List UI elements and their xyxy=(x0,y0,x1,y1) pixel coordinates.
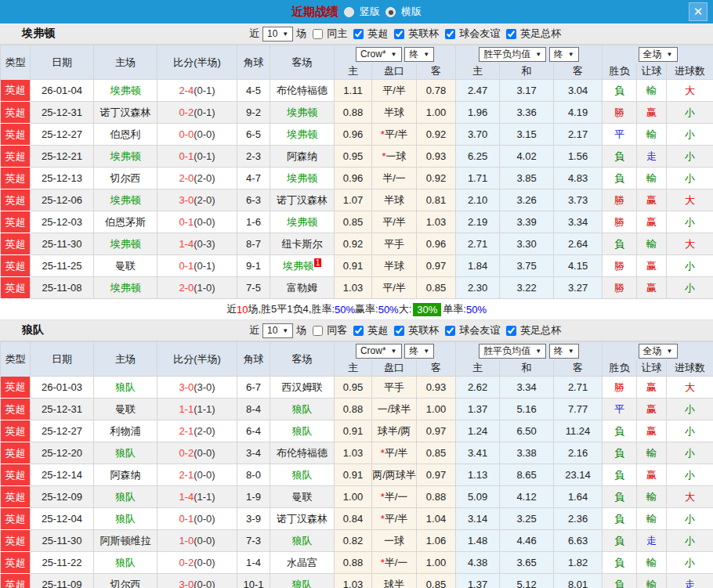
avg-odds-draw: 3.85 xyxy=(500,168,554,189)
avg-odds-draw: 3.38 xyxy=(500,442,554,464)
avg-odds-away: 6.63 xyxy=(554,530,603,552)
avg-odds-away: 4.19 xyxy=(554,102,603,124)
fulltime-select[interactable]: 全场▼ xyxy=(639,344,678,359)
league-checkbox-fa-cup[interactable] xyxy=(506,326,516,336)
avg-odds-away: 2.17 xyxy=(554,124,603,146)
result-wdl: 勝 xyxy=(603,211,637,233)
avg-odds-home: 3.41 xyxy=(456,442,500,464)
league-type-badge: 英超 xyxy=(1,102,31,124)
league-label-fa-cup[interactable]: 英足总杯 xyxy=(520,27,561,41)
away-team: 曼联 xyxy=(292,491,313,503)
handicap-line: *一/球半 xyxy=(372,399,417,420)
bookmaker-select[interactable]: Crow*▼ xyxy=(356,47,402,62)
handicap-odds-away: 0.85 xyxy=(417,277,456,299)
avg-odds-away: 2.71 xyxy=(554,377,603,399)
home-team-cell: 狼队 xyxy=(94,442,157,464)
league-checkbox-efl-cup[interactable] xyxy=(394,29,404,39)
home-team: 狼队 xyxy=(115,557,136,568)
league-checkbox-fa-cup[interactable] xyxy=(506,29,516,39)
same-venue-label[interactable]: 同主 xyxy=(327,27,347,41)
home-team: 阿森纳 xyxy=(110,469,141,481)
league-label-efl-cup[interactable]: 英联杯 xyxy=(408,27,439,41)
home-team-cell: 曼联 xyxy=(94,399,157,420)
league-type-badge: 英超 xyxy=(1,377,31,399)
result-handicap: 赢 xyxy=(637,464,667,486)
red-card-badge: 1 xyxy=(314,258,322,267)
avg-odds-away: 2.64 xyxy=(554,233,603,255)
sub-col-wdl: 胜负 xyxy=(603,63,637,80)
col-date: 日期 xyxy=(31,342,94,377)
same-venue-checkbox[interactable] xyxy=(313,29,323,39)
games-count-select[interactable]: 10▼ xyxy=(262,27,293,41)
matches-table: 类型 日期 主场 比分(半场) 角球 客场 Crow*▼ 终▼ 胜平负均值▼ 终… xyxy=(0,45,713,299)
same-venue-checkbox[interactable] xyxy=(313,326,323,336)
match-date: 26-01-03 xyxy=(31,377,94,399)
team-name: 埃弗顿 xyxy=(22,27,55,41)
league-checkbox-efl-cup[interactable] xyxy=(394,326,404,336)
odds-stage-select-1[interactable]: 终▼ xyxy=(404,344,434,359)
page-title: 近期战绩 xyxy=(291,5,338,20)
league-label-premier[interactable]: 英超 xyxy=(367,323,388,337)
result-handicap: 輸 xyxy=(637,508,667,530)
result-wdl: 負 xyxy=(603,574,637,588)
result-handicap: 赢 xyxy=(637,255,667,277)
result-handicap: 赢 xyxy=(637,189,667,211)
league-type-badge: 英超 xyxy=(1,124,31,146)
league-checkbox-premier[interactable] xyxy=(353,29,364,39)
result-handicap: 輸 xyxy=(637,574,667,588)
handicap-line: *半/一 xyxy=(372,552,417,574)
league-checkbox-friendly[interactable] xyxy=(445,29,455,39)
handicap-odds-home: 0.91 xyxy=(335,464,372,486)
vertical-layout-radio[interactable] xyxy=(344,7,354,17)
league-label-friendly[interactable]: 球会友谊 xyxy=(459,27,500,41)
same-venue-label[interactable]: 同客 xyxy=(327,323,347,337)
avg-odds-draw: 3.15 xyxy=(500,124,554,146)
avg-select[interactable]: 胜平负均值▼ xyxy=(479,344,546,359)
handicap-odds-away: 0.85 xyxy=(417,574,456,588)
avg-odds-home: 2.47 xyxy=(456,80,500,102)
bookmaker-select[interactable]: Crow*▼ xyxy=(356,344,402,359)
league-checkbox-premier[interactable] xyxy=(353,326,364,336)
result-goals: 大 xyxy=(667,80,713,102)
games-count-select[interactable]: 10▼ xyxy=(262,323,293,338)
table-row: 英超 25-12-21 埃弗顿 0-1(0-1) 2-3 阿森纳 0.95 *一… xyxy=(1,146,713,168)
handicap-odds-home: 0.88 xyxy=(335,399,372,420)
horizontal-layout-label[interactable]: 横版 xyxy=(401,5,422,19)
result-wdl: 負 xyxy=(603,233,637,255)
table-row: 英超 25-12-14 阿森纳 2-1(0-0) 8-0 狼队 0.91 *两/… xyxy=(1,464,713,486)
league-label-efl-cup[interactable]: 英联杯 xyxy=(408,323,439,337)
corners: 3-4 xyxy=(237,442,270,464)
handicap-odds-home: 1.03 xyxy=(335,442,372,464)
league-label-fa-cup[interactable]: 英足总杯 xyxy=(520,323,561,337)
avg-select[interactable]: 胜平负均值▼ xyxy=(479,47,546,62)
result-handicap: 走 xyxy=(637,530,667,552)
corners: 4-5 xyxy=(237,80,270,102)
result-goals: 小 xyxy=(667,442,713,464)
vertical-layout-label[interactable]: 竖版 xyxy=(360,5,380,19)
odds-stage-select-2[interactable]: 终▼ xyxy=(549,344,579,359)
league-label-friendly[interactable]: 球会友谊 xyxy=(459,323,500,337)
home-team-cell: 狼队 xyxy=(94,486,157,508)
away-team-cell: 狼队 xyxy=(270,464,335,486)
league-checkbox-friendly[interactable] xyxy=(445,326,455,336)
avg-odds-draw: 8.65 xyxy=(500,464,554,486)
close-icon[interactable]: ✕ xyxy=(689,2,708,21)
result-handicap: 輸 xyxy=(637,124,667,146)
odds-stage-select-2[interactable]: 终▼ xyxy=(549,47,579,62)
away-team: 狼队 xyxy=(292,535,313,547)
team-header-bar: 埃弗顿 近 10▼ 场 同主 英超 英联杯 球会友谊 英足总杯 xyxy=(0,23,713,45)
horizontal-layout-radio[interactable] xyxy=(385,7,396,17)
avg-odds-draw: 3.22 xyxy=(500,277,554,299)
summary-part: 50% xyxy=(335,304,355,316)
league-label-premier[interactable]: 英超 xyxy=(367,27,388,41)
away-team-cell: 诺丁汉森林 xyxy=(270,189,335,211)
odds-stage-select-1[interactable]: 终▼ xyxy=(404,47,434,62)
handicap-odds-home: 0.96 xyxy=(335,124,372,146)
corners: 1-9 xyxy=(237,486,270,508)
table-row: 英超 25-12-31 曼联 1-1(1-1) 8-4 狼队 0.88 *一/球… xyxy=(1,399,713,420)
fulltime-select[interactable]: 全场▼ xyxy=(639,47,678,62)
avg-odds-draw: 4.02 xyxy=(500,146,554,168)
col-type: 类型 xyxy=(1,342,31,377)
score-halftime: 0-1(0-0) xyxy=(157,211,237,233)
table-row: 英超 25-12-31 诺丁汉森林 0-2(0-1) 9-2 埃弗顿 0.88 … xyxy=(1,102,713,124)
